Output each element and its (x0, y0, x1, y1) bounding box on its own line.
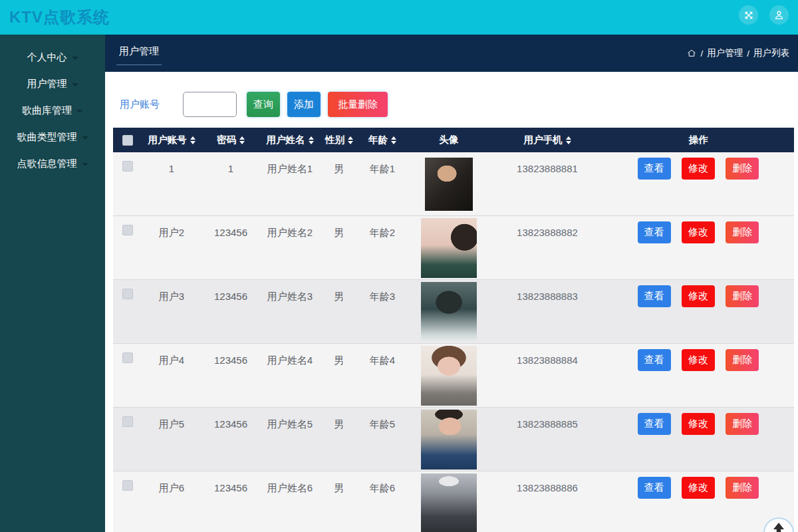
cell-gender: 男 (319, 280, 359, 344)
edit-button[interactable]: 修改 (682, 349, 715, 371)
cell-phone: 13823888883 (492, 280, 602, 344)
cell-password: 123456 (201, 344, 261, 408)
cell-account: 用户3 (142, 280, 201, 344)
query-button[interactable]: 查询 (247, 92, 280, 117)
search-field-label: 用户账号 (120, 98, 160, 111)
delete-button[interactable]: 删除 (726, 349, 759, 371)
row-checkbox[interactable] (122, 225, 133, 235)
cell-age: 年龄4 (359, 344, 406, 408)
sort-icon[interactable] (190, 136, 196, 144)
caret-down-icon (76, 110, 83, 113)
sort-icon[interactable] (239, 136, 245, 144)
table-row: 用户3 123456 用户姓名3 男 年龄3 13823888883 查看 修改… (113, 280, 794, 344)
row-checkbox[interactable] (122, 480, 133, 491)
delete-button[interactable]: 删除 (726, 221, 759, 243)
cell-password: 123456 (201, 408, 261, 471)
row-checkbox[interactable] (122, 416, 133, 427)
table-row: 1 1 用户姓名1 男 年龄1 13823888881 查看 修改 删除 (113, 152, 794, 216)
edit-button[interactable]: 修改 (682, 285, 715, 307)
cell-account: 用户5 (142, 408, 201, 471)
cell-name: 用户姓名3 (261, 280, 319, 344)
cell-account: 1 (142, 152, 201, 216)
search-input[interactable] (183, 92, 237, 117)
column-header-gender[interactable]: 性别 (325, 134, 353, 146)
breadcrumb-separator: / (747, 49, 749, 59)
cell-age: 年龄3 (359, 280, 406, 344)
caret-down-icon (72, 57, 78, 60)
view-button[interactable]: 查看 (638, 349, 671, 371)
user-avatar-photo (421, 410, 477, 469)
cell-age: 年龄6 (359, 471, 406, 532)
app-window: KTV点歌系统 (0, 0, 798, 532)
cell-name: 用户姓名5 (261, 408, 319, 471)
arrow-up-icon (771, 519, 787, 532)
delete-button[interactable]: 删除 (726, 477, 759, 499)
sidebar-item-user-management[interactable]: 用户管理 (0, 70, 105, 97)
cell-name: 用户姓名1 (261, 152, 319, 216)
table-row: 用户6 123456 用户姓名6 男 年龄6 13823888886 查看 修改… (113, 471, 794, 532)
cell-account: 用户2 (142, 216, 201, 280)
user-avatar-photo (421, 218, 477, 278)
column-header-avatar: 头像 (440, 134, 459, 146)
column-header-phone[interactable]: 用户手机 (524, 134, 571, 146)
sort-icon[interactable] (348, 136, 353, 144)
app-title: KTV点歌系统 (9, 7, 110, 28)
cell-phone: 13823888884 (492, 344, 602, 408)
sidebar-item-label: 歌曲类型管理 (17, 131, 77, 144)
sidebar-item-song-type[interactable]: 歌曲类型管理 (0, 124, 105, 150)
column-header-actions: 操作 (689, 134, 708, 146)
user-avatar-photo (421, 346, 477, 406)
cell-password: 1 (201, 152, 261, 216)
column-header-password[interactable]: 密码 (217, 134, 245, 146)
column-header-account[interactable]: 用户账号 (148, 134, 196, 146)
caret-down-icon (82, 136, 88, 140)
edit-button[interactable]: 修改 (682, 158, 715, 180)
breadcrumb-item-user-list[interactable]: 用户列表 (753, 47, 789, 59)
search-toolbar: 用户账号 查询 添加 批量删除 (105, 72, 798, 120)
cell-password: 123456 (201, 280, 261, 344)
column-header-age[interactable]: 年龄 (368, 134, 396, 146)
select-all-checkbox[interactable] (122, 135, 133, 146)
sort-icon[interactable] (391, 136, 396, 144)
edit-button[interactable]: 修改 (682, 221, 715, 243)
column-header-name[interactable]: 用户姓名 (267, 134, 314, 146)
row-checkbox[interactable] (122, 289, 133, 299)
sidebar-item-song-library[interactable]: 歌曲库管理 (0, 97, 105, 124)
cell-gender: 男 (319, 152, 359, 216)
cell-password: 123456 (201, 471, 261, 532)
user-account-button[interactable] (769, 5, 789, 25)
cell-gender: 男 (319, 471, 359, 532)
add-button[interactable]: 添加 (287, 92, 321, 117)
view-button[interactable]: 查看 (638, 221, 671, 243)
cell-account: 用户6 (142, 471, 201, 532)
tab-user-management[interactable]: 用户管理 (116, 44, 162, 65)
user-avatar-photo (421, 282, 477, 342)
cell-gender: 男 (319, 408, 359, 471)
edit-button[interactable]: 修改 (682, 413, 715, 435)
edit-button[interactable]: 修改 (682, 477, 715, 499)
view-button[interactable]: 查看 (638, 477, 671, 499)
row-checkbox[interactable] (122, 161, 133, 172)
sidebar-item-song-order-info[interactable]: 点歌信息管理 (0, 150, 105, 177)
tab-bar: 用户管理 / 用户管理 / 用户列表 (105, 35, 798, 72)
view-button[interactable]: 查看 (638, 158, 671, 180)
batch-delete-button[interactable]: 批量删除 (328, 92, 388, 117)
sort-icon[interactable] (309, 136, 314, 144)
sidebar-item-personal-center[interactable]: 个人中心 (0, 44, 105, 70)
cell-name: 用户姓名6 (261, 471, 319, 532)
breadcrumb-item-user-management[interactable]: 用户管理 (707, 47, 743, 59)
delete-button[interactable]: 删除 (726, 413, 759, 435)
view-button[interactable]: 查看 (638, 413, 671, 435)
delete-button[interactable]: 删除 (726, 158, 759, 180)
delete-button[interactable]: 删除 (726, 285, 759, 307)
breadcrumb-separator: / (700, 49, 703, 59)
sort-icon[interactable] (566, 136, 571, 144)
main-content: 用户管理 / 用户管理 / 用户列表 用户账号 查询 (105, 35, 798, 532)
user-table: 用户账号 密码 用户姓名 性别 (113, 128, 794, 532)
fullscreen-button[interactable] (739, 5, 758, 25)
top-header-bar: KTV点歌系统 (0, 0, 798, 35)
row-checkbox[interactable] (122, 352, 133, 363)
user-avatar-photo (421, 473, 477, 532)
view-button[interactable]: 查看 (638, 285, 671, 307)
home-icon[interactable] (687, 49, 696, 58)
